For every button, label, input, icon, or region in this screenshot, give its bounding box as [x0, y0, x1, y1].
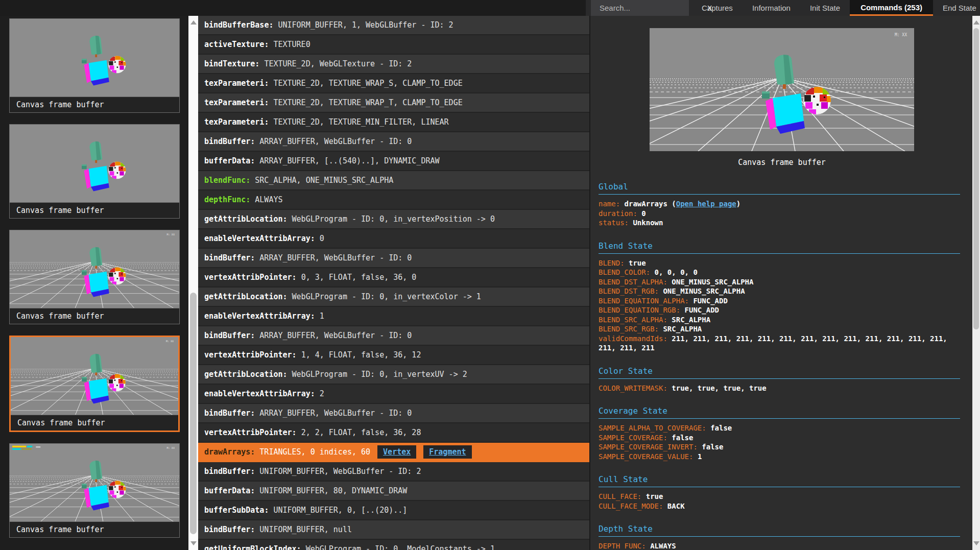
- state-key: BLEND_EQUATION_ALPHA:: [599, 297, 693, 305]
- vertex-shader-button[interactable]: Vertex: [377, 445, 416, 459]
- capture-thumbnail[interactable]: M: XX Canvas frame buffer: [9, 443, 180, 538]
- fragment-shader-button[interactable]: Fragment: [423, 445, 471, 459]
- state-line-cull-face-mode: CULL_FACE_MODE: BACK: [599, 501, 960, 511]
- detail-scrollbar-thumb[interactable]: [973, 28, 979, 329]
- state-section-depth-state: Depth StateDEPTH_FUNC: ALWAYSDEPTH_RANGE…: [599, 524, 960, 550]
- section-divider: [599, 418, 960, 419]
- thumbnail-image[interactable]: M: XX: [10, 230, 179, 308]
- thumbnail-image[interactable]: M: XX: [10, 125, 179, 202]
- command-args: TRIANGLES, 0 indices, 60: [259, 447, 370, 457]
- state-line-validcommandids: validCommandIds: 211, 211, 211, 211, 211…: [599, 334, 960, 353]
- capture-thumbnail[interactable]: M: XX Canvas frame buffer: [9, 230, 180, 324]
- command-row-bindbuffer[interactable]: bindBuffer:ARRAY_BUFFER, WebGLBuffer - I…: [198, 249, 589, 268]
- command-args: UNIFORM_BUFFER, null: [259, 525, 352, 534]
- state-key: name:: [599, 200, 625, 208]
- command-row-bindbuffer[interactable]: bindBuffer:ARRAY_BUFFER, WebGLBuffer - I…: [198, 326, 589, 346]
- thumbnail-image[interactable]: M: XX: [10, 444, 179, 521]
- capture-thumbnail[interactable]: M: XX Canvas frame buffer: [9, 336, 180, 432]
- state-value: SRC_ALPHA: [672, 316, 710, 324]
- state-value: 0: [641, 209, 646, 218]
- command-row-getuniformblockindex[interactable]: getUniformBlockIndex:WebGLProgram - ID: …: [198, 540, 589, 550]
- scroll-up-icon[interactable]: [190, 20, 197, 25]
- command-row-enablevertexattribarray[interactable]: enableVertexAttribArray:1: [198, 307, 589, 326]
- state-key: SAMPLE_COVERAGE:: [599, 434, 672, 442]
- tab-init-state[interactable]: Init State: [800, 0, 850, 16]
- section-title: Color State: [599, 366, 960, 376]
- commands-scrollbar-thumb[interactable]: [190, 293, 197, 534]
- state-value: 1: [698, 452, 702, 461]
- capture-thumbnail[interactable]: M: XX Canvas frame buffer: [9, 18, 180, 113]
- search-box[interactable]: X: [591, 0, 689, 16]
- command-list: bindBufferBase:UNIFORM_BUFFER, 1, WebGLB…: [198, 16, 589, 550]
- detail-scrollbar[interactable]: [972, 16, 980, 550]
- thumbnail-label: Canvas frame buffer: [11, 415, 178, 431]
- webgl-scene: M: XX: [10, 125, 179, 202]
- command-args: WebGLProgram - ID: 0, ModelConstants -> …: [306, 544, 495, 550]
- state-key: BLEND:: [599, 259, 629, 267]
- command-row-vertexattribpointer[interactable]: vertexAttribPointer:2, 2, FLOAT, false, …: [198, 423, 589, 443]
- state-value: BACK: [667, 502, 685, 510]
- section-divider: [599, 487, 960, 487]
- command-name: bufferSubData:: [204, 506, 269, 515]
- command-row-getattriblocation[interactable]: getAttribLocation:WebGLProgram - ID: 0, …: [198, 210, 589, 229]
- commands-scrollbar[interactable]: [188, 16, 198, 550]
- tab-end-state[interactable]: End State: [933, 0, 980, 16]
- command-row-bindtexture[interactable]: bindTexture:TEXTURE_2D, WebGLTexture - I…: [198, 55, 589, 74]
- thumbnail-label: Canvas frame buffer: [10, 521, 179, 537]
- command-row-bufferdata[interactable]: bufferData:ARRAY_BUFFER, [..(540)..], DY…: [198, 152, 589, 171]
- command-row-texparameteri[interactable]: texParameteri:TEXTURE_2D, TEXTURE_MIN_FI…: [198, 113, 589, 132]
- command-row-bindbuffer[interactable]: bindBuffer:ARRAY_BUFFER, WebGLBuffer - I…: [198, 132, 589, 152]
- section-divider: [599, 378, 960, 379]
- command-name: bindBuffer:: [204, 467, 255, 476]
- search-input[interactable]: [591, 4, 701, 12]
- command-row-bindbuffer[interactable]: bindBuffer:UNIFORM_BUFFER, null: [198, 520, 589, 540]
- command-row-drawarrays[interactable]: drawArrays:TRIANGLES, 0 indices, 60Verte…: [198, 443, 589, 462]
- command-row-enablevertexattribarray[interactable]: enableVertexAttribArray:2: [198, 385, 589, 404]
- scroll-down-icon[interactable]: [973, 541, 979, 545]
- state-section-coverage-state: Coverage StateSAMPLE_ALPHA_TO_COVERAGE: …: [599, 406, 960, 461]
- thumbnail-image[interactable]: M: XX: [10, 19, 179, 97]
- command-name: enableVertexAttribArray:: [204, 312, 315, 321]
- scroll-up-icon[interactable]: [973, 20, 979, 25]
- command-name: bindBufferBase:: [204, 20, 273, 30]
- section-title: Global: [599, 182, 960, 192]
- command-row-texparameteri[interactable]: texParameteri:TEXTURE_2D, TEXTURE_WRAP_T…: [198, 93, 589, 113]
- command-row-bindbuffer[interactable]: bindBuffer:UNIFORM_BUFFER, WebGLBuffer -…: [198, 462, 589, 482]
- open-help-page-link[interactable]: Open help page: [676, 200, 736, 208]
- command-row-activetexture[interactable]: activeTexture:TEXTURE0: [198, 35, 589, 55]
- paren: (: [667, 200, 676, 208]
- search-clear-icon[interactable]: X: [701, 4, 718, 12]
- command-name: bindBuffer:: [204, 137, 255, 146]
- command-args: 1, 4, FLOAT, false, 36, 12: [301, 350, 421, 360]
- capture-thumbnail[interactable]: M: XX Canvas frame buffer: [9, 124, 180, 219]
- command-name: vertexAttribPointer:: [204, 350, 297, 360]
- command-row-bindbufferbase[interactable]: bindBufferBase:UNIFORM_BUFFER, 1, WebGLB…: [198, 16, 589, 35]
- state-line-color-writemask: COLOR_WRITEMASK: true, true, true, true: [599, 384, 960, 393]
- scroll-down-icon[interactable]: [190, 541, 197, 545]
- command-row-vertexattribpointer[interactable]: vertexAttribPointer:0, 3, FLOAT, false, …: [198, 268, 589, 288]
- state-key: validCommandIds:: [599, 334, 672, 343]
- command-args: UNIFORM_BUFFER, WebGLBuffer - ID: 2: [259, 467, 421, 476]
- command-row-getattriblocation[interactable]: getAttribLocation:WebGLProgram - ID: 0, …: [198, 288, 589, 307]
- command-row-vertexattribpointer[interactable]: vertexAttribPointer:1, 4, FLOAT, false, …: [198, 346, 589, 365]
- command-row-depthfunc[interactable]: depthFunc:ALWAYS: [198, 190, 589, 210]
- command-name: bindBuffer:: [204, 409, 255, 418]
- tab-information[interactable]: Information: [743, 0, 800, 16]
- command-name: activeTexture:: [204, 40, 269, 49]
- command-row-getattriblocation[interactable]: getAttribLocation:WebGLProgram - ID: 0, …: [198, 365, 589, 385]
- command-row-blendfunc[interactable]: blendFunc:SRC_ALPHA, ONE_MINUS_SRC_ALPHA: [198, 171, 589, 190]
- state-section-global: Globalname: drawArrays (Open help page)d…: [599, 182, 960, 228]
- command-row-bindbuffer[interactable]: bindBuffer:ARRAY_BUFFER, WebGLBuffer - I…: [198, 404, 589, 423]
- state-line-sample-alpha-to-coverage: SAMPLE_ALPHA_TO_COVERAGE: false: [599, 423, 960, 433]
- command-row-enablevertexattribarray[interactable]: enableVertexAttribArray:0: [198, 229, 589, 249]
- command-row-buffersubdata[interactable]: bufferSubData:UNIFORM_BUFFER, 0, [..(20)…: [198, 501, 589, 520]
- svg-text:M: XX: M: XX: [895, 33, 907, 37]
- paren: ): [736, 200, 740, 208]
- command-row-bufferdata[interactable]: bufferData:UNIFORM_BUFFER, 80, DYNAMIC_D…: [198, 482, 589, 501]
- command-row-texparameteri[interactable]: texParameteri:TEXTURE_2D, TEXTURE_WRAP_S…: [198, 74, 589, 93]
- tab-commands-253[interactable]: Commands (253): [850, 0, 933, 16]
- command-args: WebGLProgram - ID: 0, in_vertexColor -> …: [292, 292, 481, 301]
- state-key: status:: [599, 219, 633, 227]
- thumbnail-image[interactable]: M: XX: [11, 337, 178, 415]
- state-line-depth-func: DEPTH_FUNC: ALWAYS: [599, 541, 960, 550]
